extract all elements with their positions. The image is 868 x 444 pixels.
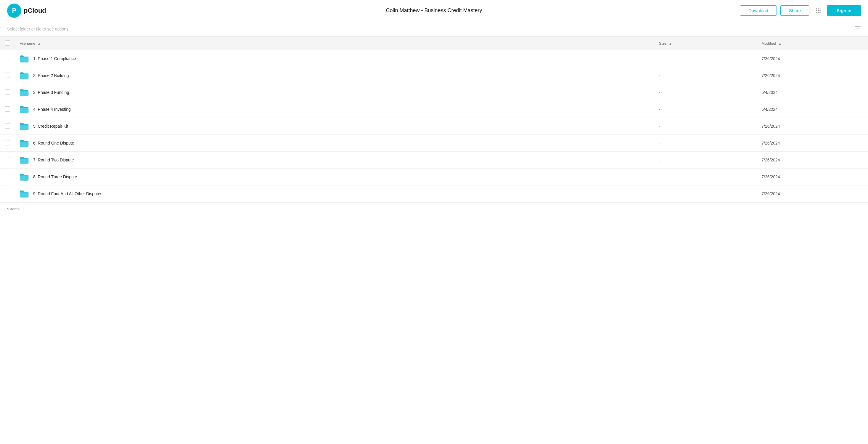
row-checkbox-cell	[0, 50, 15, 67]
svg-point-2	[816, 8, 817, 9]
svg-point-9	[818, 12, 819, 13]
row-checkbox-1[interactable]	[5, 56, 10, 61]
row-checkbox-5[interactable]	[5, 123, 10, 128]
svg-text:P: P	[12, 7, 17, 14]
folder-icon	[20, 55, 29, 63]
row-size: -	[654, 135, 757, 152]
row-filename-cell: 2. Phase 2 Building	[15, 67, 654, 84]
header-actions: Download Share Sign in	[740, 5, 861, 16]
row-filename: 7. Round Two Dispute	[33, 157, 74, 162]
table-row[interactable]: 8. Round Three Dispute - 7/26/2024	[0, 169, 868, 185]
row-filename-cell: 8. Round Three Dispute	[15, 169, 654, 185]
row-filename: 3. Phase 3 Funding	[33, 90, 69, 95]
row-size: -	[654, 118, 757, 135]
row-modified: 7/26/2024	[757, 50, 868, 67]
table-header: Filename ▲ Size ▲ Modified ▲	[0, 37, 868, 50]
modified-sort-icon: ▲	[778, 42, 781, 45]
header-checkbox-cell	[0, 37, 15, 50]
row-modified: 7/26/2024	[757, 118, 868, 135]
col-filename[interactable]: Filename ▲	[15, 37, 654, 50]
row-size: -	[654, 101, 757, 118]
more-options-button[interactable]	[813, 5, 824, 16]
row-checkbox-3[interactable]	[5, 89, 10, 95]
row-checkbox-6[interactable]	[5, 140, 10, 145]
row-filename: 2. Phase 2 Building	[33, 73, 69, 78]
table-row[interactable]: 1. Phase 1 Compliance - 7/26/2024	[0, 50, 868, 67]
toolbar-hint: Select folder or file to see options	[7, 27, 68, 31]
row-filename-cell: 5. Credit Repair Kit	[15, 118, 654, 135]
folder-icon	[20, 189, 29, 198]
col-size[interactable]: Size ▲	[654, 37, 757, 50]
svg-point-4	[819, 8, 820, 9]
row-filename-cell: 1. Phase 1 Compliance	[15, 50, 654, 67]
row-modified: 5/4/2024	[757, 84, 868, 101]
select-all-checkbox[interactable]	[5, 40, 10, 46]
svg-point-3	[818, 8, 819, 9]
folder-icon	[20, 139, 29, 147]
row-checkbox-7[interactable]	[5, 157, 10, 162]
page-title: Colin Matthew - Business Credit Mastery	[386, 7, 482, 13]
table-row[interactable]: 9. Round Four And All Other Disputes - 7…	[0, 185, 868, 202]
row-filename-cell: 4. Phase 4 Investing	[15, 101, 654, 118]
row-checkbox-2[interactable]	[5, 72, 10, 78]
table-row[interactable]: 3. Phase 3 Funding - 5/4/2024	[0, 84, 868, 101]
svg-point-5	[816, 10, 817, 11]
toolbar: Select folder or file to see options	[0, 21, 868, 37]
row-checkbox-cell	[0, 118, 15, 135]
filter-icon[interactable]	[855, 26, 861, 32]
row-checkbox-8[interactable]	[5, 174, 10, 179]
row-checkbox-cell	[0, 84, 15, 101]
table-row[interactable]: 7. Round Two Dispute - 7/26/2024	[0, 152, 868, 169]
row-filename: 6. Round One Dispute	[33, 141, 74, 145]
svg-point-6	[818, 10, 819, 11]
row-filename-cell: 3. Phase 3 Funding	[15, 84, 654, 101]
table-row[interactable]: 5. Credit Repair Kit - 7/26/2024	[0, 118, 868, 135]
row-checkbox-cell	[0, 152, 15, 169]
row-checkbox-4[interactable]	[5, 106, 10, 112]
row-size: -	[654, 84, 757, 101]
folder-icon	[20, 173, 29, 181]
pcloud-logo-icon: P	[7, 4, 21, 18]
row-checkbox-cell	[0, 135, 15, 152]
svg-point-8	[816, 12, 817, 13]
table-row[interactable]: 2. Phase 2 Building - 7/26/2024	[0, 67, 868, 84]
row-checkbox-9[interactable]	[5, 191, 10, 196]
share-button[interactable]: Share	[780, 5, 809, 16]
download-button[interactable]: Download	[740, 5, 777, 16]
logo-text: pCloud	[24, 7, 46, 14]
folder-icon	[20, 88, 29, 96]
row-size: -	[654, 152, 757, 169]
folder-icon	[20, 122, 29, 130]
table-row[interactable]: 6. Round One Dispute - 7/26/2024	[0, 135, 868, 152]
svg-point-7	[819, 10, 820, 11]
row-filename: 5. Credit Repair Kit	[33, 124, 68, 128]
folder-icon	[20, 105, 29, 113]
row-checkbox-cell	[0, 185, 15, 202]
footer: 9 items	[0, 202, 868, 215]
row-modified: 5/4/2024	[757, 101, 868, 118]
table-row[interactable]: 4. Phase 4 Investing - 5/4/2024	[0, 101, 868, 118]
filename-sort-icon: ▲	[38, 42, 41, 45]
file-table-body: 1. Phase 1 Compliance - 7/26/2024 2. Pha…	[0, 50, 868, 202]
row-checkbox-cell	[0, 67, 15, 84]
row-size: -	[654, 185, 757, 202]
row-filename: 8. Round Three Dispute	[33, 174, 77, 179]
svg-point-10	[819, 12, 820, 13]
row-filename-cell: 7. Round Two Dispute	[15, 152, 654, 169]
signin-button[interactable]: Sign in	[827, 5, 861, 16]
row-filename: 9. Round Four And All Other Disputes	[33, 191, 102, 196]
row-modified: 7/26/2024	[757, 152, 868, 169]
size-sort-icon: ▲	[669, 42, 672, 45]
items-count: 9 items	[7, 207, 20, 211]
row-size: -	[654, 67, 757, 84]
app-header: P pCloud Colin Matthew - Business Credit…	[0, 0, 868, 21]
col-modified[interactable]: Modified ▲	[757, 37, 868, 50]
row-modified: 7/26/2024	[757, 169, 868, 185]
file-table: Filename ▲ Size ▲ Modified ▲	[0, 37, 868, 202]
row-modified: 7/26/2024	[757, 185, 868, 202]
row-filename: 1. Phase 1 Compliance	[33, 56, 76, 61]
row-filename-cell: 6. Round One Dispute	[15, 135, 654, 152]
logo[interactable]: P pCloud	[7, 4, 46, 18]
row-size: -	[654, 50, 757, 67]
row-size: -	[654, 169, 757, 185]
